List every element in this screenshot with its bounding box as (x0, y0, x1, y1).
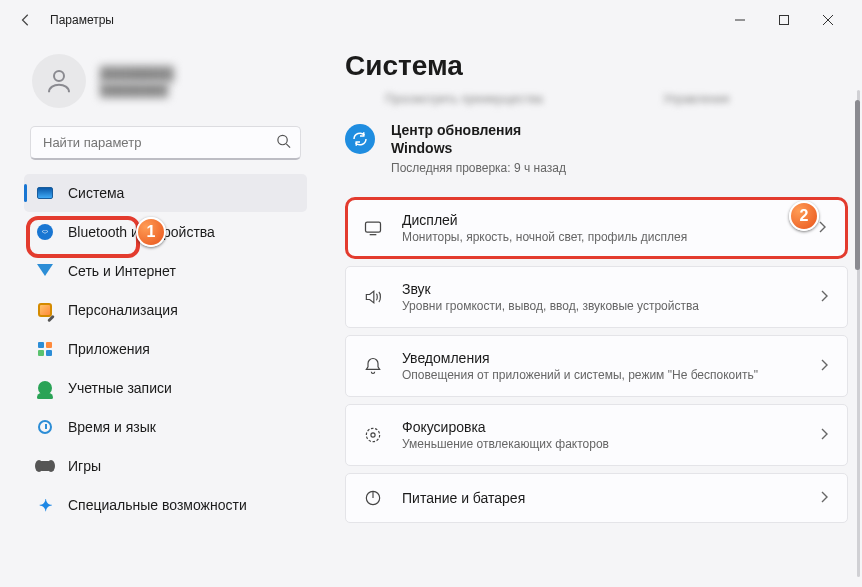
minimize-button[interactable] (718, 5, 762, 35)
arrow-left-icon (19, 13, 33, 27)
sound-icon (362, 287, 384, 307)
bluetooth-icon: ⌔ (36, 223, 54, 241)
apps-icon (36, 340, 54, 358)
sidebar-item-accounts[interactable]: Учетные записи (24, 369, 307, 407)
card-notifications[interactable]: УведомленияОповещения от приложений и си… (345, 335, 848, 397)
minimize-icon (735, 15, 745, 25)
accessibility-icon: ✦ (36, 496, 54, 514)
update-status: Последняя проверка: 9 ч назад (391, 161, 566, 175)
page-title: Система (345, 50, 848, 82)
profile-email: ████████ (100, 83, 174, 97)
sidebar-item-label: Приложения (68, 341, 150, 357)
sidebar-item-system[interactable]: Система (24, 174, 307, 212)
update-title-1: Центр обновления (391, 122, 566, 140)
avatar (32, 54, 86, 108)
profile-box[interactable]: ████████ ████████ (24, 48, 307, 124)
sidebar-item-label: Система (68, 185, 124, 201)
sidebar: ████████ ████████ Система⌔Bluetooth и ус… (0, 40, 315, 587)
svg-rect-5 (366, 222, 381, 232)
card-title: Дисплей (402, 212, 687, 228)
system-icon (36, 184, 54, 202)
main-panel: Система Просмотреть преимущества Управле… (315, 40, 862, 587)
marker-2: 2 (789, 201, 819, 231)
card-list: ДисплейМониторы, яркость, ночной свет, п… (345, 197, 848, 523)
sidebar-item-network[interactable]: Сеть и Интернет (24, 252, 307, 290)
accounts-icon (36, 379, 54, 397)
chevron-right-icon (821, 426, 829, 444)
update-icon (345, 124, 375, 154)
maximize-button[interactable] (762, 5, 806, 35)
card-subtitle: Уровни громкости, вывод, ввод, звуковые … (402, 299, 699, 313)
sidebar-item-label: Специальные возможности (68, 497, 247, 513)
card-title: Питание и батарея (402, 490, 525, 506)
chevron-right-icon (819, 219, 827, 237)
sidebar-item-personalization[interactable]: Персонализация (24, 291, 307, 329)
sidebar-item-gaming[interactable]: Игры (24, 447, 307, 485)
svg-point-7 (366, 428, 379, 441)
window-title: Параметры (50, 13, 114, 27)
power-icon (362, 488, 384, 508)
sidebar-item-label: Учетные записи (68, 380, 172, 396)
card-focus[interactable]: ФокусировкаУменьшение отвлекающих фактор… (345, 404, 848, 466)
marker-1: 1 (136, 217, 166, 247)
card-title: Фокусировка (402, 419, 609, 435)
chevron-right-icon (821, 489, 829, 507)
sidebar-item-apps[interactable]: Приложения (24, 330, 307, 368)
chevron-right-icon (821, 288, 829, 306)
card-display[interactable]: ДисплейМониторы, яркость, ночной свет, п… (345, 197, 848, 259)
focus-icon (362, 425, 384, 445)
hint-right: Управление (663, 92, 730, 106)
hint-row: Просмотреть преимущества Управление (345, 86, 848, 116)
sidebar-item-accessibility[interactable]: ✦Специальные возможности (24, 486, 307, 524)
profile-name: ████████ (100, 66, 174, 81)
sidebar-item-label: Сеть и Интернет (68, 263, 176, 279)
search-input[interactable] (30, 126, 301, 160)
scrollbar-thumb[interactable] (855, 100, 860, 270)
card-subtitle: Уменьшение отвлекающих факторов (402, 437, 609, 451)
card-title: Звук (402, 281, 699, 297)
notifications-icon (362, 356, 384, 376)
card-power[interactable]: Питание и батарея (345, 473, 848, 523)
titlebar: Параметры (0, 0, 862, 40)
svg-point-3 (278, 135, 287, 144)
time-icon (36, 418, 54, 436)
back-button[interactable] (12, 6, 40, 34)
svg-line-4 (286, 144, 290, 148)
card-subtitle: Мониторы, яркость, ночной свет, профиль … (402, 230, 687, 244)
close-button[interactable] (806, 5, 850, 35)
display-icon (362, 218, 384, 238)
sidebar-item-label: Персонализация (68, 302, 178, 318)
maximize-icon (779, 15, 789, 25)
svg-point-8 (371, 433, 375, 437)
hint-left: Просмотреть преимущества (385, 92, 543, 106)
personalization-icon (36, 301, 54, 319)
scrollbar-track[interactable] (857, 90, 860, 577)
sidebar-nav: Система⌔Bluetooth и устройстваСеть и Инт… (24, 174, 307, 524)
svg-point-2 (54, 71, 64, 81)
card-sound[interactable]: ЗвукУровни громкости, вывод, ввод, звуко… (345, 266, 848, 328)
update-title-2: Windows (391, 140, 566, 158)
close-icon (823, 15, 833, 25)
search-icon (276, 134, 291, 153)
network-icon (36, 262, 54, 280)
card-subtitle: Оповещения от приложений и системы, режи… (402, 368, 758, 382)
sidebar-item-label: Игры (68, 458, 101, 474)
svg-rect-1 (780, 16, 789, 25)
card-title: Уведомления (402, 350, 758, 366)
sidebar-item-label: Время и язык (68, 419, 156, 435)
gaming-icon (36, 457, 54, 475)
person-icon (44, 66, 74, 96)
chevron-right-icon (821, 357, 829, 375)
windows-update-row[interactable]: Центр обновления Windows Последняя прове… (345, 116, 848, 197)
sidebar-item-time[interactable]: Время и язык (24, 408, 307, 446)
